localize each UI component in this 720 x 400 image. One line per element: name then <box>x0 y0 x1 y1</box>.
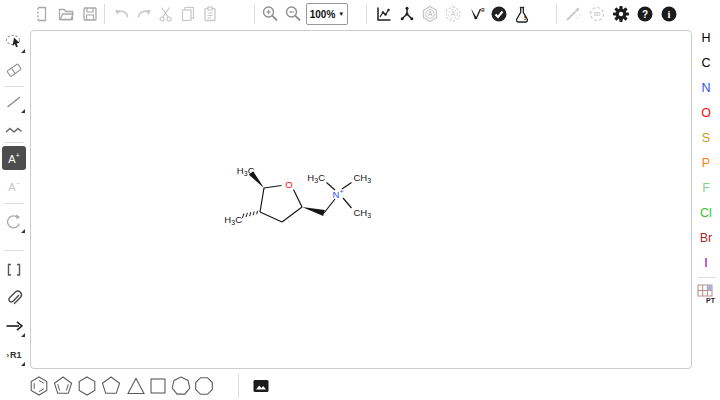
open-button[interactable] <box>56 3 76 25</box>
cyclobutane-icon <box>148 376 168 396</box>
rotate-icon <box>3 211 25 233</box>
hashed-wedge-bond[interactable] <box>242 211 257 218</box>
calculated-values-icon: 5 <box>513 5 531 23</box>
template-cyclopropane-button[interactable] <box>125 375 147 397</box>
atom-label-methyl[interactable]: H3C <box>237 165 255 177</box>
element-O-button[interactable]: O <box>694 103 718 123</box>
data-s-group-button[interactable] <box>2 286 26 310</box>
svg-text:?: ? <box>642 9 648 20</box>
template-cycloheptane-button[interactable] <box>170 375 192 397</box>
toolbar-separator <box>556 4 557 24</box>
element-symbol: I <box>704 256 707 270</box>
cut-button[interactable] <box>156 3 176 25</box>
paste-button[interactable] <box>200 3 220 25</box>
erase-button[interactable] <box>2 58 26 82</box>
copy-icon <box>179 5 197 23</box>
redo-icon <box>135 5 153 23</box>
template-library-button[interactable] <box>250 375 272 397</box>
element-Br-button[interactable]: Br <box>694 228 718 248</box>
settings-icon <box>612 5 630 23</box>
chain-button[interactable] <box>2 118 26 142</box>
edit-group <box>112 3 220 25</box>
reaction-arrow-button[interactable] <box>2 314 26 338</box>
erase-icon <box>4 60 24 80</box>
element-Cl-button[interactable]: Cl <box>694 203 718 223</box>
charge-plus-button[interactable]: A+ <box>2 146 26 170</box>
help-icon: ? <box>636 5 654 23</box>
atom-label-oxygen[interactable]: O <box>285 179 292 190</box>
open-icon <box>57 5 75 23</box>
template-cyclooctane-button[interactable] <box>193 375 215 397</box>
toolbar-separator <box>4 86 24 87</box>
benzene-icon <box>29 376 49 396</box>
calculated-values-button[interactable]: 5 <box>512 3 532 25</box>
clean-up-button[interactable] <box>397 3 417 25</box>
periodic-table-button[interactable]: PT <box>694 283 720 305</box>
atom-label-methyl[interactable]: CH3 <box>354 207 372 219</box>
redo-button[interactable] <box>134 3 154 25</box>
template-cyclopentane-button[interactable] <box>100 375 122 397</box>
element-symbol: F <box>702 181 710 195</box>
template-benzene-button[interactable] <box>28 375 50 397</box>
zoom-in-button[interactable] <box>260 3 280 25</box>
element-N-button[interactable]: N <box>694 78 718 98</box>
cut-icon <box>157 5 175 23</box>
layout-icon <box>375 5 393 23</box>
atom-label-methyl[interactable]: CH3 <box>354 172 372 184</box>
cycloheptane-icon <box>171 376 191 396</box>
help-button[interactable]: ? <box>635 3 655 25</box>
element-symbol: C <box>701 56 710 70</box>
settings-button[interactable] <box>611 3 631 25</box>
template-cyclobutane-button[interactable] <box>147 375 169 397</box>
template-cyclopentadiene-button[interactable] <box>52 375 74 397</box>
cyclooctane-icon <box>194 376 214 396</box>
dearomatize-button[interactable]: A <box>443 3 463 25</box>
calculate-cip-button[interactable]: R <box>466 3 486 25</box>
recognize-icon <box>564 5 582 23</box>
svg-text:A: A <box>428 10 433 17</box>
3d-viewer-button[interactable]: 3D <box>587 3 607 25</box>
r-group-button[interactable]: ›R1 <box>2 343 26 367</box>
aromatize-icon: A <box>421 5 439 23</box>
copy-button[interactable] <box>178 3 198 25</box>
layout-button[interactable] <box>374 3 394 25</box>
element-C-button[interactable]: C <box>694 53 718 73</box>
svg-text:PT: PT <box>706 297 716 304</box>
element-F-button[interactable]: F <box>694 178 718 198</box>
svg-text:R: R <box>481 8 485 13</box>
atom-label-methyl[interactable]: H3C <box>307 172 325 184</box>
element-H-button[interactable]: H <box>694 28 718 48</box>
zoom-level-select[interactable]: 100% ▼ <box>306 3 348 25</box>
toolbar-separator <box>366 4 367 24</box>
rotate-button[interactable] <box>2 210 26 234</box>
cyclohexane-icon <box>77 376 97 396</box>
charge-plus-icon: A+ <box>8 152 19 165</box>
s-group-button[interactable] <box>2 258 26 282</box>
element-P-button[interactable]: P <box>694 153 718 173</box>
bold-wedge-bond[interactable] <box>302 207 325 216</box>
molecule-structure[interactable]: H3C H3C O N+ H3C CH3 CH3 <box>31 31 691 368</box>
about-button[interactable]: i <box>659 3 679 25</box>
single-bond-button[interactable] <box>2 90 26 114</box>
save-button[interactable] <box>80 3 100 25</box>
atom-label-methyl[interactable]: H3C <box>224 214 242 226</box>
check-structure-button[interactable] <box>489 3 509 25</box>
3d-viewer-icon: 3D <box>588 5 606 23</box>
element-I-button[interactable]: I <box>694 253 718 273</box>
aromatize-button[interactable]: A <box>420 3 440 25</box>
element-symbol: N <box>701 81 710 95</box>
template-cyclohexane-button[interactable] <box>76 375 98 397</box>
drawing-canvas[interactable]: H3C H3C O N+ H3C CH3 CH3 <box>30 30 692 369</box>
recognize-button[interactable] <box>563 3 583 25</box>
svg-text:i: i <box>668 9 671 20</box>
element-symbol: S <box>702 131 710 145</box>
element-S-button[interactable]: S <box>694 128 718 148</box>
zoom-out-button[interactable] <box>283 3 303 25</box>
atom-label-nitrogen[interactable]: N+ <box>333 188 344 200</box>
undo-button[interactable] <box>112 3 132 25</box>
lasso-selection-button[interactable] <box>2 30 26 54</box>
ring-bonds[interactable] <box>260 186 302 223</box>
cyclopropane-icon <box>126 376 146 396</box>
new-document-button[interactable] <box>32 3 52 25</box>
charge-minus-button[interactable]: A− <box>2 174 26 198</box>
